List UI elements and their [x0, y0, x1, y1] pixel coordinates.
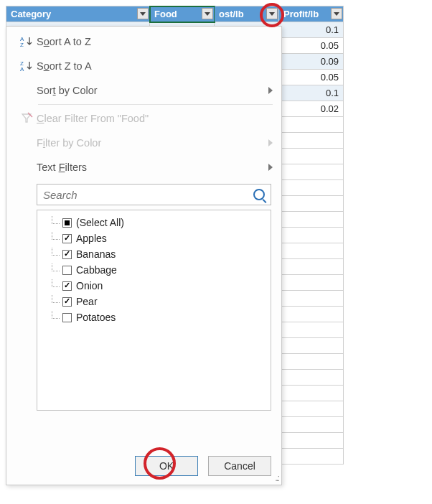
filter-by-color: Filter by Color: [6, 131, 281, 155]
clear-filter-label: Clear Filter From "Food": [37, 113, 273, 124]
filter-item-label: Potatoes: [76, 312, 116, 323]
filter-item[interactable]: Cabbage: [43, 262, 265, 278]
cell[interactable]: [279, 180, 344, 196]
search-icon: [253, 189, 265, 200]
sort-by-color-label: Sort by Color: [37, 85, 268, 96]
clear-filter-icon: [17, 112, 37, 125]
cell[interactable]: [279, 338, 344, 354]
sort-ascending[interactable]: AZ Soort A to Z: [6, 29, 281, 54]
header-category-label: Category: [11, 9, 51, 19]
filter-values-tree[interactable]: (Select All)ApplesBananasCabbageOnionPea…: [37, 210, 271, 411]
cell[interactable]: [279, 243, 344, 259]
checkbox[interactable]: [62, 297, 72, 307]
filter-by-color-label: Filter by Color: [37, 137, 268, 149]
cell[interactable]: 0.05: [279, 70, 344, 85]
header-food-label: Food: [154, 9, 177, 19]
filter-item-label: Cabbage: [76, 264, 117, 276]
submenu-arrow-icon: [268, 164, 273, 171]
cell[interactable]: [279, 133, 344, 149]
filter-item-label: (Select All): [76, 217, 124, 228]
submenu-arrow-icon: [268, 139, 273, 146]
checkbox[interactable]: [62, 218, 72, 228]
cell[interactable]: [279, 275, 344, 291]
cell[interactable]: [279, 149, 344, 164]
text-filters-label: Text Filters: [37, 162, 268, 173]
checkbox[interactable]: [62, 250, 72, 259]
cell[interactable]: [279, 417, 344, 433]
search-input[interactable]: [42, 188, 253, 202]
cell[interactable]: [279, 433, 344, 449]
cell[interactable]: [279, 370, 344, 386]
cell[interactable]: [279, 164, 344, 180]
text-filters[interactable]: Text Filters: [6, 155, 281, 179]
resize-grip-icon[interactable]: ..:: [275, 472, 278, 483]
submenu-arrow-icon: [268, 87, 273, 94]
header-food[interactable]: Food: [150, 6, 215, 22]
filter-item-label: Onion: [76, 280, 103, 291]
header-cost[interactable]: ost/lb: [215, 6, 279, 22]
cell[interactable]: [279, 322, 344, 338]
cell[interactable]: [279, 449, 344, 465]
checkbox[interactable]: [62, 266, 72, 275]
checkbox[interactable]: [62, 234, 72, 243]
cell[interactable]: [279, 212, 344, 228]
filter-item[interactable]: (Select All): [43, 215, 265, 230]
filter-item[interactable]: Apples: [43, 230, 265, 246]
sort-by-color[interactable]: Sort by Color: [6, 78, 281, 103]
cell[interactable]: [279, 196, 344, 212]
clear-filter: Clear Filter From "Food": [6, 106, 281, 131]
menu-separator: [38, 104, 273, 105]
header-profit[interactable]: Profit/lb: [279, 6, 344, 22]
svg-text:A: A: [20, 66, 24, 73]
sort-descending[interactable]: ZA Soort Z to A: [6, 54, 281, 78]
sort-az-icon: AZ: [17, 35, 37, 48]
cell[interactable]: 0.09: [279, 54, 344, 70]
cancel-button[interactable]: Cancel: [208, 456, 271, 476]
cell[interactable]: [279, 354, 344, 370]
cell[interactable]: 0.1: [279, 85, 344, 101]
filter-item-label: Bananas: [76, 248, 116, 260]
cell[interactable]: [279, 259, 344, 275]
checkbox[interactable]: [62, 313, 72, 322]
ok-button[interactable]: OK: [135, 456, 198, 476]
dropdown-icon[interactable]: [266, 8, 278, 19]
filter-item[interactable]: Pear: [43, 294, 265, 309]
sort-az-label: Soort A to Z: [37, 36, 273, 47]
header-profit-label: Profit/lb: [283, 9, 319, 19]
cell[interactable]: [279, 386, 344, 401]
cell[interactable]: [279, 117, 344, 133]
cell[interactable]: [279, 291, 344, 307]
checkbox[interactable]: [62, 281, 72, 291]
filter-dropdown-panel: AZ Soort A to Z ZA Soort Z to A Sort by …: [6, 26, 282, 485]
cell[interactable]: 0.1: [279, 22, 344, 38]
filter-search-box[interactable]: [37, 184, 271, 205]
cell[interactable]: [279, 228, 344, 243]
cell[interactable]: 0.02: [279, 101, 344, 117]
dropdown-icon[interactable]: [202, 8, 213, 19]
dropdown-icon[interactable]: [331, 8, 342, 19]
filter-item[interactable]: Potatoes: [43, 309, 265, 325]
sort-za-icon: ZA: [17, 60, 37, 73]
filter-item-label: Apples: [76, 233, 107, 244]
header-category[interactable]: Category: [6, 6, 150, 22]
cell[interactable]: 0.05: [279, 38, 344, 54]
filter-item-label: Pear: [76, 296, 98, 307]
header-cost-label: ost/lb: [219, 9, 244, 19]
svg-text:Z: Z: [20, 42, 24, 48]
dropdown-icon[interactable]: [137, 8, 149, 19]
filter-item[interactable]: Bananas: [43, 246, 265, 262]
filter-item[interactable]: Onion: [43, 278, 265, 294]
cell[interactable]: [279, 307, 344, 322]
sort-za-label: Soort Z to A: [37, 60, 273, 72]
cell[interactable]: [279, 401, 344, 417]
